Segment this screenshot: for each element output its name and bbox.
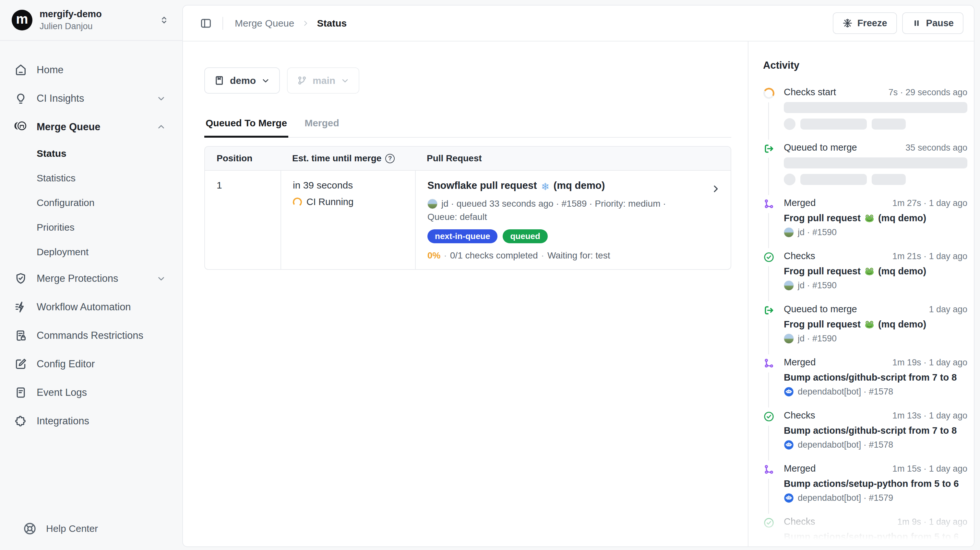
activity-timestamp: 1m 27s · 1 day ago <box>892 198 967 208</box>
column-pull-request: Pull Request <box>415 153 730 163</box>
activity-title: Activity <box>763 60 967 71</box>
activity-item[interactable]: Merged 1m 19s · 1 day ago Bump actions/g… <box>763 357 967 398</box>
tab-merged[interactable]: Merged <box>303 117 340 138</box>
activity-pr-title: Frog pull request (mq demo) <box>784 266 967 277</box>
repository-book-icon <box>214 75 225 86</box>
dependabot-avatar-icon <box>784 493 794 503</box>
activity-item[interactable]: Merged 1m 27s · 1 day ago Frog pull requ… <box>763 198 967 238</box>
chevron-down-icon <box>340 76 350 85</box>
activity-timestamp: 35 seconds ago <box>905 143 967 153</box>
sidebar-item-home[interactable]: Home <box>0 56 182 84</box>
sidebar-nav: Home CI Insights <box>0 41 182 435</box>
chevrons-up-down-icon <box>159 15 169 25</box>
help-center-label: Help Center <box>46 523 98 534</box>
activity-pr-title: Bump actions/github-script from 7 to 8 <box>784 372 967 383</box>
sidebar-subitem-configuration[interactable]: Configuration <box>0 190 182 215</box>
puzzle-icon <box>14 415 27 428</box>
merged-icon <box>763 358 775 369</box>
activity-label: Checks start <box>784 87 836 98</box>
activity-author-row: jd · #1590 <box>784 281 967 290</box>
sidebar-item-event-logs[interactable]: Event Logs <box>0 378 182 407</box>
activity-author-row: dependabot[bot] · #1579 <box>784 546 967 547</box>
activity-timestamp: 1m 13s · 1 day ago <box>892 411 967 421</box>
spinner-icon <box>763 87 775 99</box>
sidebar-subitem-deployment[interactable]: Deployment <box>0 240 182 264</box>
activity-item[interactable]: Checks 1m 21s · 1 day ago Frog pull requ… <box>763 251 967 292</box>
sidebar-toggle-icon[interactable] <box>200 17 212 30</box>
est-time-value: in 39 seconds <box>293 180 403 191</box>
loading-skeleton <box>784 157 967 185</box>
tab-queued-to-merge[interactable]: Queued To Merge <box>204 117 288 138</box>
activity-timestamp: 1 day ago <box>929 304 967 314</box>
loading-skeleton <box>784 102 967 130</box>
sidebar-item-integrations[interactable]: Integrations <box>0 407 182 435</box>
header-divider <box>223 17 223 30</box>
badge-queued: queued <box>503 229 547 243</box>
file-text-icon <box>14 386 27 399</box>
activity-item[interactable]: Checks start 7s · 29 seconds ago <box>763 87 967 130</box>
dependabot-avatar-icon <box>784 440 794 450</box>
chevron-down-icon <box>156 94 166 103</box>
sidebar-item-commands-restrictions[interactable]: Commands Restrictions <box>0 321 182 350</box>
sidebar-subitem-statistics[interactable]: Statistics <box>0 166 182 190</box>
help-circle-icon[interactable]: ? <box>385 154 395 163</box>
org-user: Julien Danjou <box>40 21 159 32</box>
activity-author-label: dependabot[bot] · #1579 <box>798 493 893 503</box>
breadcrumb: Merge Queue Status <box>235 18 347 29</box>
sidebar-item-config-editor[interactable]: Config Editor <box>0 350 182 378</box>
activity-item[interactable]: Checks 1m 13s · 1 day ago Bump actions/g… <box>763 410 967 451</box>
sidebar-subitem-status[interactable]: Status <box>0 141 182 166</box>
freeze-button[interactable]: Freeze <box>833 12 897 34</box>
activity-item[interactable]: Queued to merge 35 seconds ago <box>763 142 967 185</box>
branch-select[interactable]: main <box>287 67 359 94</box>
activity-item[interactable]: Checks 1m 9s · 1 day ago Bump actions/se… <box>763 516 967 547</box>
mergify-logo: m <box>12 10 32 30</box>
merge-queue-logo-icon <box>14 120 27 133</box>
jd-avatar-icon <box>784 334 794 344</box>
activity-pr-title: Frog pull request (mq demo) <box>784 319 967 330</box>
pr-checks-summary: 0%·0/1 checks completed·Waiting for: tes… <box>427 250 698 261</box>
activity-author-row: jd · #1590 <box>784 334 967 344</box>
activity-item[interactable]: Queued to merge 1 day ago Frog pull requ… <box>763 304 967 345</box>
snowflake-icon <box>843 18 853 28</box>
org-switcher[interactable]: m mergify-demo Julien Danjou <box>0 0 182 41</box>
sidebar-item-merge-protections[interactable]: Merge Protections <box>0 264 182 293</box>
activity-author-label: jd · #1590 <box>798 281 837 290</box>
activity-timestamp: 7s · 29 seconds ago <box>889 87 967 98</box>
pause-button[interactable]: Pause <box>902 12 964 34</box>
ci-status-label: CI Running <box>307 197 353 207</box>
chevron-up-icon <box>156 122 166 132</box>
breadcrumb-status: Status <box>317 18 347 29</box>
page-header: Merge Queue Status Freeze Pause <box>183 5 974 41</box>
checks-icon <box>763 251 775 263</box>
column-est-time: Est. time until merge ? <box>280 153 415 163</box>
chevron-right-icon[interactable] <box>711 184 721 194</box>
sidebar-subitem-priorities[interactable]: Priorities <box>0 215 182 240</box>
breadcrumb-chevron-icon <box>301 19 310 27</box>
jd-avatar-icon <box>784 227 794 238</box>
sidebar-item-ci-insights[interactable]: CI Insights <box>0 84 182 113</box>
repository-select[interactable]: demo <box>204 67 280 94</box>
column-position: Position <box>205 153 280 163</box>
activity-label: Checks <box>784 516 815 527</box>
merged-icon <box>763 198 775 210</box>
ci-running-spinner-icon <box>292 197 302 207</box>
activity-label: Checks <box>784 410 815 421</box>
activity-timestamp: 1m 19s · 1 day ago <box>892 358 967 368</box>
activity-item[interactable]: Merged 1m 15s · 1 day ago Bump actions/s… <box>763 463 967 504</box>
dependabot-avatar-icon <box>784 387 794 397</box>
queue-position: 1 <box>216 180 222 190</box>
queue-row[interactable]: 1 in 39 seconds CI Running Snowflake pul… <box>205 171 730 269</box>
activity-timestamp: 1m 21s · 1 day ago <box>892 251 967 262</box>
activity-label: Merged <box>784 357 816 368</box>
sidebar-item-workflow-automation[interactable]: Workflow Automation <box>0 293 182 321</box>
help-center-link[interactable]: Help Center <box>0 517 182 540</box>
activity-timestamp: 1m 9s · 1 day ago <box>897 517 967 527</box>
org-name: mergify-demo <box>40 9 159 19</box>
breadcrumb-merge-queue[interactable]: Merge Queue <box>235 18 294 29</box>
lifebuoy-icon <box>23 521 37 536</box>
checks-icon <box>763 517 775 529</box>
activity-author-label: jd · #1590 <box>798 334 837 344</box>
sidebar-item-merge-queue[interactable]: Merge Queue <box>0 113 182 141</box>
activity-panel: Activity Checks start 7s · 29 seconds ag… <box>748 41 974 547</box>
